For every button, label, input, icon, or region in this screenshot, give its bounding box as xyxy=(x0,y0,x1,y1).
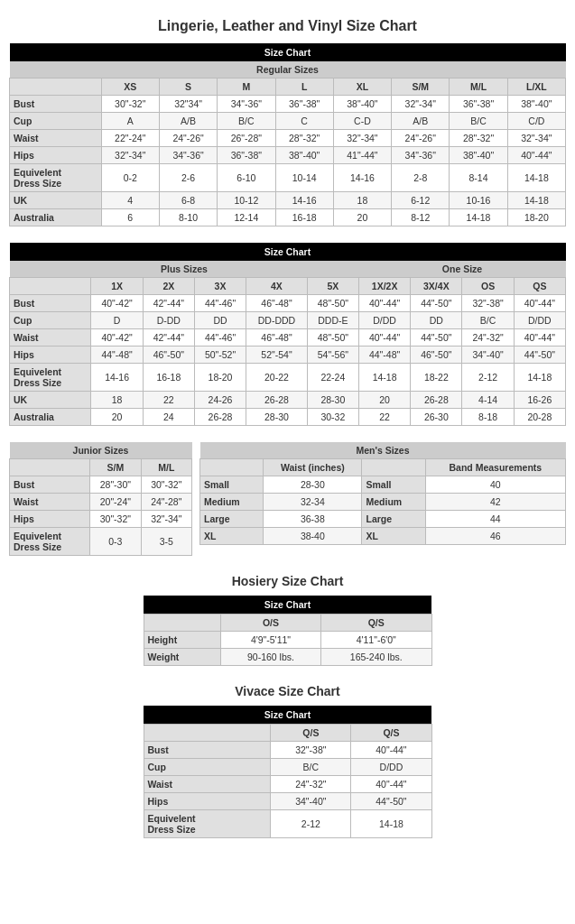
cell: Medium xyxy=(362,494,425,511)
hosiery-col-2: Q/S xyxy=(321,614,432,632)
cell: 44 xyxy=(425,511,565,528)
table-row: Waist22"-24"24"-26"26"-28"28"-32"32"-34"… xyxy=(10,130,566,147)
vivace-col-0 xyxy=(144,725,271,742)
hosiery-title: Hosiery Size Chart xyxy=(9,574,566,588)
vivace-col-1: Q/S xyxy=(271,725,351,742)
cell: 26"-28" xyxy=(218,130,275,147)
hosiery-col-1: O/S xyxy=(220,614,320,632)
vivace-section: Size Chart Q/SQ/S Bust32"-38"40"-44"CupB… xyxy=(9,706,566,838)
mens-col-size xyxy=(200,459,264,476)
regular-col-1: XS xyxy=(101,79,159,96)
row-label: Bust xyxy=(10,96,102,113)
regular-col-header-row: XSSMLXLS/MM/LL/XL xyxy=(10,79,566,96)
cell: 38"-40" xyxy=(275,147,333,164)
regular-sizes-table: Size Chart Regular Sizes XSSMLXLS/MM/LL/… xyxy=(9,43,566,226)
regular-col-2: S xyxy=(159,79,217,96)
row-label: Hips xyxy=(10,511,90,528)
cell: 14-18 xyxy=(351,810,431,838)
cell: 46"-48" xyxy=(246,295,308,312)
cell: 28-30 xyxy=(246,409,308,426)
cell: 12-14 xyxy=(218,209,275,226)
cell: 4'11"-6'0" xyxy=(321,632,432,649)
cell: 10-14 xyxy=(275,164,333,192)
cell: 24"-28" xyxy=(141,494,191,511)
table-row: UK182224-2626-2828-302026-284-1416-26 xyxy=(10,392,566,409)
cell: 4-14 xyxy=(462,392,514,409)
cell: 48"-50" xyxy=(307,295,358,312)
cell: 24"-26" xyxy=(159,130,217,147)
cell: 26-28 xyxy=(411,392,462,409)
hosiery-section: Size Chart O/SQ/S Height4'9"-5'11"4'11"-… xyxy=(9,596,566,666)
row-label: Waist xyxy=(10,329,91,346)
cell: 22 xyxy=(143,392,194,409)
cell: 2-8 xyxy=(392,164,450,192)
table-row: Bust40"-42"42"-44"44"-46"46"-48"48"-50"4… xyxy=(10,295,566,312)
cell: 4'9"-5'11" xyxy=(220,632,320,649)
cell: 32"-38" xyxy=(271,742,351,759)
cell: 24"-32" xyxy=(271,776,351,793)
cell: 24 xyxy=(143,409,194,426)
cell: 2-12 xyxy=(462,364,514,392)
cell: 22 xyxy=(358,409,410,426)
cell: 38-40 xyxy=(264,528,362,545)
cell: 20 xyxy=(333,209,391,226)
plus-col-header-row: 1X2X3X4X5X1X/2X3X/4XOSQS xyxy=(10,278,566,295)
row-label: Hips xyxy=(10,147,102,164)
row-label: Hips xyxy=(10,346,91,364)
cell: 32"-38" xyxy=(462,295,514,312)
cell: 4 xyxy=(101,192,159,209)
cell: D xyxy=(91,312,143,329)
cell: 52"-54" xyxy=(246,346,308,364)
cell: 14-16 xyxy=(275,192,333,209)
cell: 14-18 xyxy=(450,209,507,226)
cell: 8-18 xyxy=(462,409,514,426)
junior-col-2: M/L xyxy=(141,459,191,476)
cell: 41"-44" xyxy=(333,147,391,164)
table-row: Hips34"-40"44"-50" xyxy=(144,793,431,810)
regular-col-0 xyxy=(10,79,102,96)
table-row: Equivelent Dress Size0-33-5 xyxy=(10,528,192,556)
cell: 32"-34" xyxy=(141,511,191,528)
cell: 26-28 xyxy=(246,392,308,409)
cell: 50"-52" xyxy=(194,346,246,364)
row-label: Waist xyxy=(10,130,102,147)
cell: DD xyxy=(411,312,462,329)
plus-col-8: OS xyxy=(462,278,514,295)
row-label: Height xyxy=(144,632,220,649)
cell: D/DD xyxy=(514,312,565,329)
cell: 18-22 xyxy=(411,364,462,392)
cell: 3-5 xyxy=(141,528,191,556)
row-label: Bust xyxy=(10,295,91,312)
mens-col-band: Band Measurements xyxy=(425,459,565,476)
row-label: Australia xyxy=(10,209,102,226)
mens-col-band-size xyxy=(362,459,425,476)
hosiery-table: Size Chart O/SQ/S Height4'9"-5'11"4'11"-… xyxy=(144,596,432,666)
row-label: Cup xyxy=(10,113,102,130)
cell: 46"-48" xyxy=(246,329,308,346)
vivace-body: Bust32"-38"40"-44"CupB/CD/DDWaist24"-32"… xyxy=(144,742,431,838)
hosiery-col-header-row: O/SQ/S xyxy=(144,614,431,632)
cell: 28"-32" xyxy=(450,130,507,147)
cell: 16-18 xyxy=(275,209,333,226)
regular-col-7: M/L xyxy=(450,79,507,96)
row-label: Bust xyxy=(10,476,90,494)
cell: 8-12 xyxy=(392,209,450,226)
cell: 28-30 xyxy=(264,476,362,494)
table-row: Bust32"-38"40"-44" xyxy=(144,742,431,759)
row-label: Cup xyxy=(144,759,271,776)
cell: 8-14 xyxy=(450,164,507,192)
row-label: Australia xyxy=(10,409,91,426)
regular-col-3: M xyxy=(218,79,275,96)
plus-subsection-header: Plus Sizes xyxy=(10,261,359,278)
plus-col-4: 4X xyxy=(246,278,308,295)
cell: D/DD xyxy=(358,312,410,329)
cell: 38"-40" xyxy=(333,96,391,113)
cell: 90-160 lbs. xyxy=(220,649,320,666)
cell: DD-DDD xyxy=(246,312,308,329)
cell: 32"34" xyxy=(159,96,217,113)
cell: 48"-50" xyxy=(307,329,358,346)
cell: 6-10 xyxy=(218,164,275,192)
cell: 6 xyxy=(101,209,159,226)
cell: DD xyxy=(194,312,246,329)
cell: 40"-42" xyxy=(91,295,143,312)
